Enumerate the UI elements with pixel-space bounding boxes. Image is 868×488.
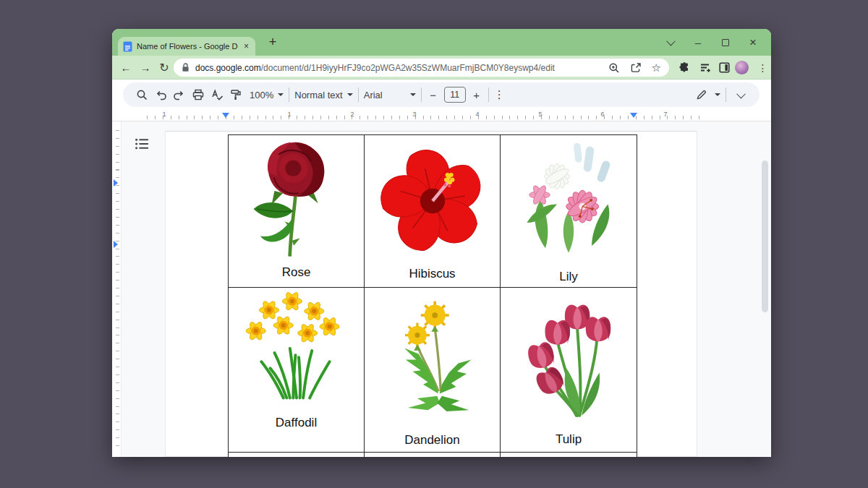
- editing-mode-pencil-icon[interactable]: [692, 85, 710, 104]
- flower-label: Daffodil: [229, 416, 364, 430]
- toolbar-divider: [358, 87, 359, 102]
- share-icon[interactable]: [630, 62, 642, 74]
- toolbar-more-kebab-icon[interactable]: ⋮: [494, 88, 505, 101]
- url-path: /document/d/1H9iyyHrFJ9co2pWGA2w35SzWMua…: [261, 63, 555, 73]
- ruler-number: 1: [161, 111, 168, 118]
- spell-check-icon[interactable]: [208, 85, 226, 104]
- window-close-icon[interactable]: ×: [739, 29, 767, 56]
- docs-toolbar-area: 100% Normal text Arial − 11 + ⋮: [112, 80, 771, 110]
- table-cell-lily[interactable]: Lily: [501, 135, 637, 288]
- ruler-number: 5: [537, 111, 544, 118]
- browser-navbar: ← → ↻ docs.google.com/document/d/1H9iyyH…: [112, 56, 771, 80]
- zoom-in-icon[interactable]: [608, 62, 620, 74]
- docs-toolbar: 100% Normal text Arial − 11 + ⋮: [123, 82, 760, 107]
- flower-label: Lily: [501, 270, 637, 284]
- table-cell-partial[interactable]: [229, 453, 365, 457]
- redo-icon[interactable]: [170, 85, 189, 104]
- ruler-number: 3: [411, 111, 418, 118]
- vertical-ruler[interactable]: [112, 121, 122, 457]
- font-family-caret-icon[interactable]: [410, 93, 416, 96]
- font-size-decrease-icon[interactable]: −: [427, 89, 440, 101]
- font-size-input[interactable]: 11: [444, 87, 466, 103]
- browser-window: Name of Flowers - Google Docs × + – × ← …: [112, 29, 771, 457]
- toolbar-divider: [289, 87, 289, 102]
- paragraph-style-select[interactable]: Normal text: [294, 90, 342, 100]
- zoom-caret-icon[interactable]: [278, 93, 284, 96]
- side-panel-icon[interactable]: [718, 61, 731, 74]
- ruler-number: 7: [662, 111, 669, 118]
- reload-icon[interactable]: ↻: [155, 56, 174, 80]
- ruler-number: 2: [349, 111, 356, 118]
- paragraph-style-caret-icon[interactable]: [347, 93, 353, 96]
- window-menu-chevron-icon[interactable]: [657, 29, 684, 56]
- desktop-background: Name of Flowers - Google Docs × + – × ← …: [0, 0, 868, 488]
- toolbar-divider: [726, 87, 726, 102]
- window-controls: – ×: [657, 29, 767, 56]
- zoom-select[interactable]: 100%: [250, 90, 273, 100]
- table-cell-daffodil[interactable]: Daffodil: [229, 288, 365, 453]
- profile-avatar[interactable]: [735, 61, 749, 74]
- tab-close-icon[interactable]: ×: [242, 42, 250, 51]
- table-cell-hibiscus[interactable]: Hibiscus: [365, 135, 501, 288]
- minimize-icon[interactable]: –: [684, 29, 712, 56]
- back-icon[interactable]: ←: [116, 56, 135, 80]
- font-family-select[interactable]: Arial: [364, 90, 406, 100]
- vertical-ruler-ticks: [116, 130, 119, 448]
- browser-tab[interactable]: Name of Flowers - Google Docs ×: [118, 37, 255, 56]
- table-cell-tulip[interactable]: Tulip: [501, 288, 637, 453]
- flower-label: Tulip: [501, 432, 637, 447]
- toolbar-divider: [421, 87, 422, 102]
- flower-label: Hibiscus: [365, 267, 500, 281]
- font-size-increase-icon[interactable]: +: [470, 89, 483, 101]
- rose-image: [239, 139, 354, 263]
- lock-icon: [182, 63, 190, 72]
- dandelion-image: [374, 291, 491, 426]
- editing-mode-caret-icon[interactable]: [715, 93, 720, 96]
- search-icon[interactable]: [132, 85, 151, 104]
- browser-menu-kebab-icon[interactable]: ⋮: [756, 61, 770, 74]
- maximize-icon[interactable]: [712, 29, 739, 56]
- ruler-number: 6: [599, 111, 606, 118]
- hide-menus-chevron-icon[interactable]: [731, 85, 750, 104]
- vertical-scrollbar-thumb[interactable]: [762, 160, 768, 312]
- document-page[interactable]: Rose: [165, 131, 697, 457]
- table-cell-partial[interactable]: [501, 453, 637, 457]
- tab-strip: Name of Flowers - Google Docs × + – ×: [112, 29, 771, 56]
- address-bar-actions: ☆: [608, 62, 661, 74]
- right-indent-marker[interactable]: [630, 113, 637, 118]
- table-cell-dandelion[interactable]: Dandelion: [365, 288, 501, 453]
- ruler-number: 1: [286, 111, 293, 118]
- vertical-ruler-marker[interactable]: [114, 179, 118, 187]
- ruler-number: 4: [474, 111, 481, 118]
- undo-icon[interactable]: [151, 85, 170, 104]
- url-domain: docs.google.com: [195, 63, 261, 73]
- daffodil-image: [239, 291, 354, 401]
- print-icon[interactable]: [189, 85, 208, 104]
- document-area: Rose: [112, 121, 771, 457]
- list-extension-icon[interactable]: [698, 61, 712, 74]
- address-bar[interactable]: docs.google.com/document/d/1H9iyyHrFJ9co…: [174, 59, 669, 77]
- horizontal-ruler[interactable]: 1 1 2 3 4 5 6 7: [112, 110, 771, 121]
- google-docs-favicon: [123, 41, 132, 52]
- paint-format-icon[interactable]: [226, 85, 245, 104]
- flower-label: Dandelion: [365, 433, 500, 448]
- toolbar-divider: [488, 87, 489, 102]
- vertical-ruler-marker[interactable]: [114, 241, 118, 248]
- extensions-puzzle-icon[interactable]: [678, 61, 692, 74]
- table-cell-rose[interactable]: Rose: [229, 135, 365, 288]
- forward-icon[interactable]: →: [136, 56, 155, 80]
- lily-image: [511, 139, 626, 260]
- tulip-image: [514, 291, 624, 433]
- url-text: docs.google.com/document/d/1H9iyyHrFJ9co…: [195, 63, 555, 73]
- bookmark-star-icon[interactable]: ☆: [652, 62, 661, 73]
- flower-label: Rose: [229, 265, 364, 280]
- document-outline-icon[interactable]: [132, 134, 152, 154]
- flower-table: Rose: [228, 134, 637, 457]
- new-tab-icon[interactable]: +: [263, 32, 283, 52]
- table-cell-partial[interactable]: [365, 453, 501, 457]
- left-indent-marker[interactable]: [222, 113, 229, 118]
- hibiscus-image: [369, 139, 496, 263]
- ruler-ticks: [147, 116, 705, 119]
- tab-title: Name of Flowers - Google Docs: [137, 42, 238, 51]
